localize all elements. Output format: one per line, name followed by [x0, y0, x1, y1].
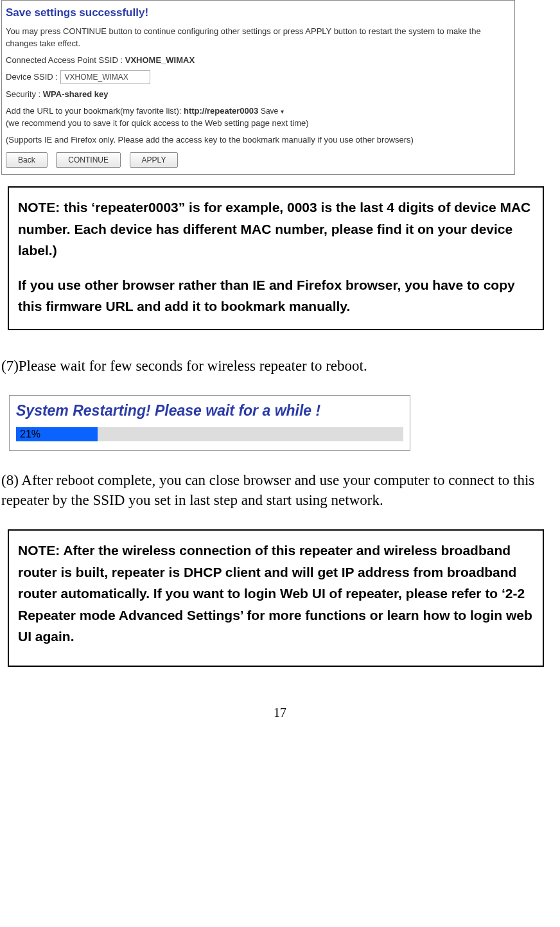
chevron-down-icon: ▾ — [281, 108, 284, 115]
progress-bar: 21% — [16, 427, 403, 441]
progress-fill: 21% — [16, 427, 98, 441]
bookmark-url: http://repeater0003 — [184, 106, 258, 116]
bookmark-row: Add the URL to your bookmark(my favorite… — [6, 105, 511, 130]
note2-paragraph: NOTE: After the wireless connection of t… — [18, 540, 534, 648]
button-row: Back CONTINUE APPLY — [6, 152, 511, 168]
device-ssid-input[interactable]: VXHOME_WIMAX — [60, 70, 150, 84]
back-button[interactable]: Back — [6, 152, 48, 168]
settings-title: Save settings successfully! — [6, 4, 511, 21]
step-7-text: (7)Please wait for few seconds for wirel… — [1, 356, 556, 376]
continue-button[interactable]: CONTINUE — [56, 152, 121, 168]
connected-ssid-value: VXHOME_WIMAX — [125, 55, 195, 65]
settings-panel: Save settings successfully! You may pres… — [1, 0, 515, 175]
bookmark-pre: Add the URL to your bookmark(my favorite… — [6, 106, 184, 116]
bookmark-post: (we recommend you to save it for quick a… — [6, 118, 309, 128]
apply-button[interactable]: APPLY — [130, 152, 179, 168]
note1-paragraph-b: If you use other browser rather than IE … — [18, 274, 534, 317]
device-ssid-label: Device SSID : — [6, 72, 60, 82]
note1-paragraph-a: NOTE: this ‘repeater0003” is for example… — [18, 197, 534, 261]
security-value: WPA-shared key — [43, 89, 109, 99]
connected-ssid-row: Connected Access Point SSID : VXHOME_WIM… — [6, 54, 511, 67]
note-box-2: NOTE: After the wireless connection of t… — [8, 529, 544, 667]
restart-title: System Restarting! Please wait for a whi… — [16, 402, 403, 419]
save-link-label: Save — [261, 107, 278, 116]
security-label: Security : — [6, 89, 43, 99]
connected-ssid-label: Connected Access Point SSID : — [6, 55, 125, 65]
page-number: 17 — [0, 705, 560, 720]
settings-intro: You may press CONTINUE button to continu… — [6, 25, 511, 50]
supports-note: (Supports IE and Firefox only. Please ad… — [6, 134, 511, 146]
step-8-text: (8) After reboot complete, you can close… — [1, 470, 556, 510]
save-link[interactable]: Save ▾ — [261, 107, 284, 116]
security-row: Security : WPA-shared key — [6, 88, 511, 101]
restart-panel: System Restarting! Please wait for a whi… — [9, 395, 410, 451]
note-box-1: NOTE: this ‘repeater0003” is for example… — [8, 186, 544, 330]
device-ssid-row: Device SSID : VXHOME_WIMAX — [6, 70, 511, 84]
